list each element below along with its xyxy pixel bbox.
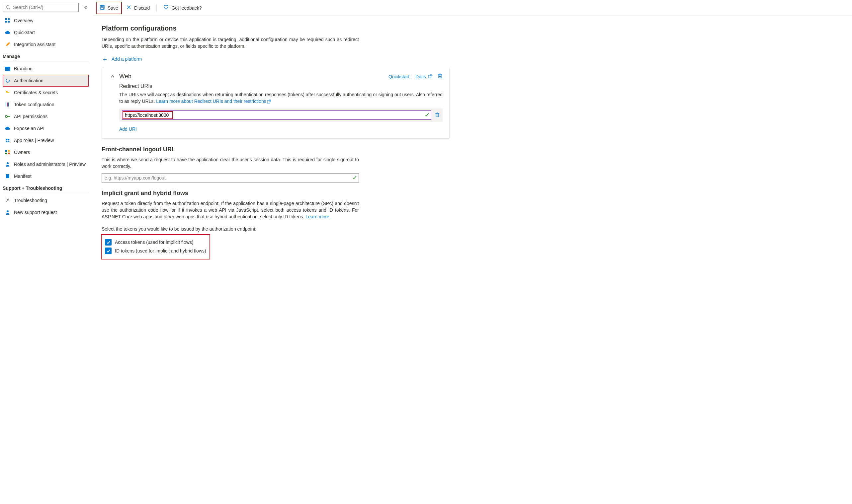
cloud-icon — [5, 30, 11, 36]
nav-label: Certificates & secrets — [14, 90, 58, 95]
svg-rect-2 — [5, 18, 7, 20]
svg-rect-9 — [7, 92, 9, 93]
nav-app-roles[interactable]: App roles | Preview — [3, 134, 89, 146]
nav-manifest[interactable]: Manifest — [3, 170, 89, 182]
cloud-share-icon — [5, 125, 11, 131]
admin-icon — [5, 161, 11, 167]
add-uri-button[interactable]: Add URI — [119, 126, 442, 132]
nav-new-support[interactable]: New support request — [3, 206, 89, 218]
svg-rect-20 — [8, 152, 10, 154]
permissions-icon — [5, 113, 11, 120]
nav-branding[interactable]: Branding — [3, 63, 89, 75]
nav-api-permissions[interactable]: API permissions — [3, 110, 89, 122]
nav-label: Expose an API — [14, 126, 45, 131]
svg-point-13 — [5, 115, 7, 118]
nav-label: Branding — [14, 66, 33, 71]
nav-overview[interactable]: Overview — [3, 15, 89, 26]
feedback-label: Got feedback? — [171, 5, 202, 11]
bars-icon — [5, 102, 11, 108]
content: Platform configurations Depending on the… — [93, 16, 458, 272]
delete-web-platform-button[interactable] — [437, 73, 442, 79]
discard-button[interactable]: Discard — [123, 2, 153, 14]
web-quickstart-link[interactable]: Quickstart — [388, 74, 410, 79]
nav-label: Roles and administrators | Preview — [14, 162, 86, 167]
redirect-uri-input[interactable] — [122, 110, 431, 120]
save-button[interactable]: Save — [96, 2, 122, 14]
redirect-learn-more-link[interactable]: Learn more about Redirect URIs and their… — [156, 98, 271, 104]
support-icon — [5, 209, 11, 215]
collapse-web-button[interactable] — [108, 73, 117, 80]
nav-label: New support request — [14, 210, 57, 215]
svg-rect-12 — [8, 103, 9, 107]
nav-quickstart[interactable]: Quickstart — [3, 26, 89, 38]
access-tokens-checkbox[interactable] — [105, 239, 111, 246]
logout-title: Front-channel logout URL — [102, 146, 450, 153]
redirect-uris-desc: The URIs we will accept as destinations … — [119, 91, 442, 106]
svg-rect-4 — [5, 21, 7, 22]
nav-label: Owners — [14, 150, 30, 155]
discard-label: Discard — [134, 5, 150, 11]
implicit-learn-more-link[interactable]: Learn more. — [306, 214, 330, 219]
id-tokens-label: ID tokens (used for implicit and hybrid … — [115, 248, 206, 253]
rocket-icon — [5, 41, 11, 48]
nav-label: Quickstart — [14, 30, 35, 35]
svg-rect-5 — [8, 21, 10, 22]
nav-label: Token configuration — [14, 102, 54, 107]
add-platform-button[interactable]: ＋ Add a platform — [102, 56, 450, 62]
nav-token-config[interactable]: Token configuration — [3, 98, 89, 110]
wrench-icon — [5, 197, 11, 203]
nav-certificates[interactable]: Certificates & secrets — [3, 87, 89, 98]
access-tokens-label: Access tokens (used for implicit flows) — [115, 239, 194, 245]
implicit-title: Implicit grant and hybrid flows — [102, 190, 450, 197]
svg-rect-25 — [101, 5, 103, 7]
plus-icon: ＋ — [102, 56, 108, 62]
external-link-icon — [267, 98, 271, 105]
nav-label: Overview — [14, 18, 33, 23]
svg-point-16 — [8, 139, 10, 141]
search-icon — [5, 4, 11, 10]
delete-uri-button[interactable] — [435, 112, 440, 119]
implicit-desc: Request a token directly from the author… — [102, 200, 359, 220]
svg-rect-10 — [6, 103, 6, 107]
svg-rect-22 — [6, 174, 9, 178]
nav-troubleshooting[interactable]: Troubleshooting — [3, 194, 89, 206]
nav-authentication[interactable]: Authentication — [3, 75, 89, 87]
apps-icon — [5, 149, 11, 155]
close-icon — [126, 5, 132, 11]
sidebar: Overview Quickstart Integration assistan… — [0, 0, 93, 504]
logout-url-input[interactable] — [102, 173, 359, 182]
grid-icon — [5, 18, 11, 23]
svg-rect-26 — [101, 7, 104, 9]
svg-rect-11 — [7, 103, 7, 107]
svg-rect-17 — [5, 150, 7, 151]
page-title: Platform configurations — [102, 24, 450, 32]
search-box[interactable] — [3, 3, 79, 12]
nav-label: Manifest — [14, 174, 32, 179]
search-input[interactable] — [11, 4, 76, 10]
nav-label: API permissions — [14, 114, 48, 119]
nav-integration[interactable]: Integration assistant — [3, 38, 89, 50]
nav-owners[interactable]: Owners — [3, 146, 89, 158]
save-icon — [100, 5, 105, 11]
svg-rect-19 — [5, 152, 7, 154]
auth-icon — [5, 78, 11, 84]
save-label: Save — [108, 5, 118, 11]
svg-rect-3 — [8, 18, 10, 20]
web-docs-link[interactable]: Docs — [415, 74, 432, 79]
main: Save Discard Got feedback? Platform conf… — [93, 0, 852, 504]
nav-expose-api[interactable]: Expose an API — [3, 122, 89, 134]
nav-label: App roles | Preview — [14, 138, 54, 143]
logout-desc: This is where we send a request to have … — [102, 156, 359, 170]
people-icon — [5, 137, 11, 143]
svg-rect-18 — [8, 150, 10, 151]
feedback-button[interactable]: Got feedback? — [160, 2, 205, 14]
svg-rect-6 — [5, 67, 10, 71]
key-icon — [5, 90, 11, 95]
nav-roles-admins[interactable]: Roles and administrators | Preview — [3, 158, 89, 170]
id-tokens-checkbox[interactable] — [105, 248, 111, 254]
svg-point-21 — [7, 162, 8, 164]
toolbar-separator — [156, 4, 157, 12]
collapse-sidebar-button[interactable] — [82, 4, 89, 11]
web-title: Web — [119, 73, 132, 80]
nav-heading-support: Support + Troubleshooting — [3, 182, 89, 193]
